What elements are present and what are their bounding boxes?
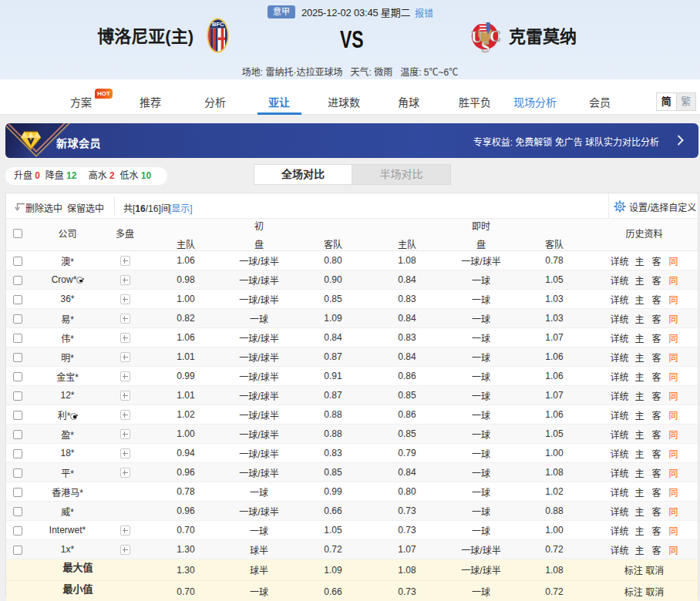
svg-text:C: C [490,27,501,45]
svg-text:BFC: BFC [212,21,224,28]
svg-text:S: S [481,38,490,54]
